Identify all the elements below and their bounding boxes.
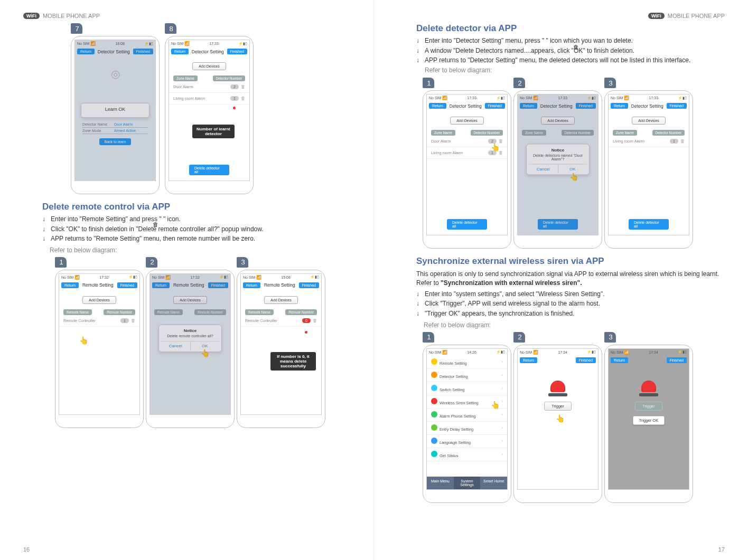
section-title: MOBILE PHONE APP — [668, 13, 725, 19]
step-badge: 1 — [55, 257, 67, 268]
col-zone-name: Zone Name — [173, 75, 198, 81]
cursor-icon: 👆 — [79, 336, 88, 345]
add-devices-button[interactable]: Add Devices — [541, 117, 575, 125]
inline-trash-icon: 🗑 — [573, 44, 579, 50]
tab-smart[interactable]: Smart Home — [480, 477, 507, 489]
return-button[interactable]: Return — [243, 282, 260, 288]
callout-dot-icon — [233, 107, 236, 109]
delete-all-button[interactable]: Delete detector all — [538, 219, 578, 230]
page-header-left: WiFi MOBILE PHONE APP — [23, 13, 350, 19]
remote-row[interactable]: Remote Controller1🗑 — [59, 315, 139, 327]
finished-button[interactable]: Finished — [485, 103, 505, 109]
trash-icon[interactable]: 🗑 — [313, 318, 317, 323]
bottom-tabs[interactable]: Main Menu System Settings Smart Home — [427, 477, 507, 489]
back-to-learn-button[interactable]: Back to learn — [99, 138, 132, 145]
learn-ok-popup: Learn OK — [81, 103, 149, 118]
popup-cancel-button[interactable]: Cancel — [529, 164, 558, 173]
finished-button[interactable]: Finished — [133, 49, 153, 54]
chevron-right-icon: › — [502, 359, 503, 364]
page-number: 16 — [23, 546, 30, 553]
zone-mode-field[interactable]: Zone ModeArmed Active — [82, 128, 148, 134]
bullets-delete-detector: Enter into "Detector Setting" menu, pres… — [416, 37, 725, 74]
col-detector-number: Detector Number — [213, 75, 246, 81]
add-devices-button[interactable]: Add Devices — [264, 296, 298, 304]
finished-button[interactable]: Finished — [667, 103, 687, 109]
popup-ok-button[interactable]: OK — [558, 164, 587, 173]
menu-switch[interactable]: Switch Setting› — [427, 382, 507, 395]
phone-detector-1: No SIM 17:33⚡▮▯ ReturnDetector SettingFi… — [423, 90, 511, 249]
callout-dot-icon — [305, 331, 307, 334]
popup-cancel-button[interactable]: Cancel — [161, 341, 191, 350]
trash-icon[interactable]: 🗑 — [680, 139, 685, 144]
finished-button[interactable]: Finished — [576, 103, 596, 109]
status-carrier: No SIM — [171, 41, 190, 46]
wifi-chip: WiFi — [23, 13, 40, 19]
trigger-button[interactable]: Trigger — [544, 402, 572, 411]
status-time: 18:08 — [115, 42, 125, 45]
finished-button[interactable]: Finished — [667, 357, 687, 363]
phone-8: No SIM 17:33 ⚡▮▯ Return Detector Setting… — [165, 36, 254, 194]
menu-status[interactable]: Get Status› — [427, 448, 507, 461]
return-button[interactable]: Return — [520, 103, 537, 109]
callout-learnt-count: Number of learnt detector — [192, 125, 235, 138]
heading-delete-remote: Delete remote control via APP — [42, 202, 350, 212]
delete-all-button[interactable]: Delete detector all — [189, 165, 229, 175]
finished-button[interactable]: Finished — [299, 282, 319, 288]
trash-icon[interactable]: 🗑 — [131, 318, 135, 323]
tab-main[interactable]: Main Menu — [427, 477, 454, 489]
step-badge-8: 8 — [165, 23, 176, 34]
siren-icon — [550, 381, 565, 392]
finished-button[interactable]: Finished — [208, 282, 228, 288]
status-battery-icon: ⚡▮▯ — [144, 42, 153, 46]
add-devices-button[interactable]: Add Devices — [450, 117, 484, 125]
trash-icon[interactable]: 🗑 — [241, 84, 245, 89]
finished-button[interactable]: Finished — [227, 49, 247, 54]
finished-button[interactable]: Finished — [576, 357, 596, 363]
remote-row[interactable]: Remote Controller0🗑 — [241, 315, 321, 327]
menu-siren[interactable]: Wireless Siren Setting› — [427, 395, 507, 409]
callout-zero: If number is 0, it means delete successf… — [270, 352, 316, 371]
delete-all-button[interactable]: Delete detector all — [629, 219, 669, 230]
return-button[interactable]: Return — [152, 282, 170, 288]
return-button[interactable]: Return — [61, 282, 79, 288]
add-devices-button[interactable]: Add Devices — [192, 62, 226, 70]
siren-icon — [641, 381, 656, 392]
delete-all-button[interactable]: Delete detector all — [447, 219, 487, 230]
phone-7: No SIM 18:08 ⚡▮▯ Return Detector Setting… — [71, 36, 160, 194]
add-devices-button[interactable]: Add Devices — [632, 117, 666, 125]
nav-title: Detector Setting — [192, 49, 224, 54]
return-button[interactable]: Return — [520, 357, 537, 363]
detector-row[interactable]: Door Alarm2🗑 — [427, 136, 507, 147]
detector-row[interactable]: Living room Alarm1🗑 — [427, 147, 507, 159]
detector-row-living[interactable]: Living room Alarm 1🗑 — [169, 93, 249, 105]
status-carrier: No SIM — [77, 41, 96, 46]
finished-button[interactable]: Finished — [117, 282, 137, 288]
detector-row-door[interactable]: Door Alarm 2🗑 — [169, 81, 249, 93]
trigger-button[interactable]: Trigger — [635, 402, 662, 411]
menu-detector[interactable]: Detector Setting› — [427, 369, 507, 382]
detector-name-field[interactable]: Detector NameDoor Alarm — [82, 121, 148, 128]
add-devices-button[interactable]: Add Devices — [82, 296, 116, 304]
menu-lang[interactable]: Language Setting› — [427, 435, 507, 448]
menu-phone[interactable]: Alarm Phone Setting› — [427, 409, 507, 422]
menu-remote[interactable]: Remote Setting› — [427, 356, 507, 369]
trash-icon[interactable]: 🗑 — [241, 96, 245, 101]
status-time: 17:33 — [209, 42, 219, 45]
return-button[interactable]: Return — [429, 103, 446, 109]
tab-system[interactable]: System Settings — [454, 477, 481, 489]
detector-row[interactable]: Living room Alarm1🗑 — [609, 136, 689, 147]
menu-delay[interactable]: Entry Delay Setting› — [427, 422, 507, 435]
status-battery-icon: ⚡▮▯ — [238, 42, 247, 46]
trash-icon[interactable]: 🗑 — [499, 150, 503, 155]
return-button[interactable]: Return — [77, 49, 95, 54]
trash-icon[interactable]: 🗑 — [499, 139, 503, 144]
phone-sync-1: No SIM 14:26⚡▮▯ Remote Setting› Detector… — [423, 345, 511, 503]
heading-sync-siren: Synchronize external wireless siren via … — [416, 256, 725, 267]
return-button[interactable]: Return — [611, 103, 628, 109]
return-button[interactable]: Return — [171, 49, 189, 54]
popup-ok-button[interactable]: OK — [191, 341, 220, 350]
return-button[interactable]: Return — [611, 357, 628, 363]
add-devices-button[interactable]: Add Devices — [173, 296, 207, 304]
phone-remote-2: No SIM 17:32⚡▮▯ ReturnRemote SettingFini… — [146, 270, 235, 428]
page-header-right: WiFi MOBILE PHONE APP — [397, 13, 725, 19]
